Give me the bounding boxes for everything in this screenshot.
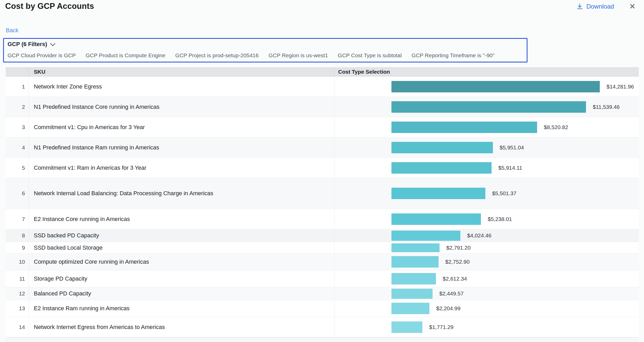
row-rank: 7: [6, 209, 29, 229]
cost-bar[interactable]: [391, 231, 460, 241]
cost-value-label: $5,951.04: [500, 144, 524, 151]
download-button[interactable]: Download: [576, 3, 614, 10]
bar-track: $5,238.01: [391, 213, 639, 225]
filter-chip[interactable]: GCP Project is prod-setup-205416: [175, 52, 259, 59]
filter-group-box: GCP (6 Filters) GCP Cloud Provider is GC…: [3, 38, 527, 62]
cost-value-label: $11,539.46: [593, 104, 620, 110]
column-header-cost-type-selection: Cost Type Selection: [334, 67, 639, 76]
filter-chip-list: GCP Cloud Provider is GCPGCP Product is …: [8, 52, 494, 59]
sku-label: SSD backed Local Storage: [29, 242, 334, 253]
bar-track: $5,501.37: [391, 188, 639, 199]
cost-value-label: $14,281.96: [607, 84, 634, 90]
sku-label: Compute optimized Core running in Americ…: [29, 254, 334, 270]
cost-bar[interactable]: [391, 243, 440, 252]
row-rank: 3: [6, 117, 29, 137]
bar-track: $5,951.04: [391, 142, 639, 153]
row-rank: 14: [6, 317, 29, 337]
cost-value-label: $5,501.37: [492, 190, 516, 197]
table-row[interactable]: 7E2 Instance Core running in Americas$5,…: [6, 209, 639, 229]
cost-bar-cell: $2,612.34: [334, 270, 639, 287]
row-rank: 13: [6, 300, 29, 317]
sku-label: E2 Instance Ram running in Americas: [29, 300, 334, 317]
bar-track: $2,791.20: [391, 243, 639, 252]
cost-bar[interactable]: [391, 289, 433, 299]
table-row[interactable]: 10Compute optimized Core running in Amer…: [6, 254, 639, 270]
table-row[interactable]: 5Commitment v1: Ram in Americas for 3 Ye…: [6, 158, 639, 178]
bar-track: $2,752.90: [391, 256, 639, 268]
filter-summary-label: GCP (6 Filters): [8, 41, 47, 48]
cost-value-label: $2,449.57: [439, 290, 463, 297]
sku-label: N1 Predefined Instance Ram running in Am…: [29, 137, 334, 157]
cost-value-label: $4,024.46: [467, 232, 491, 239]
table-row[interactable]: 2N1 Predefined Instance Core running in …: [6, 97, 639, 117]
cost-bar[interactable]: [391, 101, 586, 113]
sku-label: Commitment v1: Cpu in Americas for 3 Yea…: [29, 117, 334, 137]
bar-track: $1,771.29: [391, 321, 639, 333]
page-title: Cost by GCP Accounts: [5, 2, 94, 11]
cost-bar[interactable]: [391, 213, 481, 225]
cost-bar[interactable]: [391, 142, 493, 153]
cost-bar[interactable]: [391, 81, 600, 92]
filter-chip[interactable]: GCP Cost Type is subtotal: [338, 52, 402, 59]
cost-bar-cell: $4,024.46: [334, 229, 639, 242]
table-row[interactable]: 12Balanced PD Capacity$2,449.57: [6, 287, 639, 300]
sku-label: Network Inter Zone Egress: [29, 77, 334, 97]
cost-table: SKU Cost Type Selection 1Network Inter Z…: [6, 67, 639, 342]
row-rank: 12: [6, 287, 29, 300]
cost-bar[interactable]: [391, 273, 436, 284]
cost-bar-cell: $2,752.90: [334, 254, 639, 270]
row-rank: 5: [6, 158, 29, 178]
cost-bar-cell: $5,501.37: [334, 178, 639, 209]
close-icon[interactable]: ✕: [629, 3, 636, 10]
row-rank: 4: [6, 137, 29, 157]
cost-value-label: $1,771.29: [429, 324, 453, 330]
cost-bar[interactable]: [391, 256, 439, 268]
filter-chip[interactable]: GCP Region is us-west1: [268, 52, 328, 59]
top-bar: Cost by GCP Accounts Download ✕: [0, 0, 644, 16]
bar-track: $11,539.46: [391, 101, 639, 113]
column-header-sku: SKU: [29, 67, 334, 76]
cost-bar[interactable]: [391, 303, 429, 314]
table-row[interactable]: 3Commitment v1: Cpu in Americas for 3 Ye…: [6, 117, 639, 137]
bar-track: $8,520.82: [391, 122, 639, 133]
cost-bar[interactable]: [391, 188, 485, 199]
table-row[interactable]: 4N1 Predefined Instance Ram running in A…: [6, 137, 639, 158]
cost-bar-cell: $5,951.04: [334, 137, 639, 157]
cost-bar-cell: $8,520.82: [334, 117, 639, 137]
table-row[interactable]: 13E2 Instance Ram running in Americas$2,…: [6, 300, 639, 317]
row-rank: 2: [6, 97, 29, 117]
filter-chip[interactable]: GCP Reporting Timeframe is "-90": [411, 52, 494, 59]
chevron-down-icon: [50, 41, 55, 46]
sku-label: Network Internet Egress from Americas to…: [29, 317, 334, 337]
top-actions: Download ✕: [576, 3, 636, 10]
row-rank: 6: [6, 178, 29, 209]
table-row[interactable]: 1Network Inter Zone Egress$14,281.96: [6, 77, 639, 97]
sku-label: Balanced PD Capacity: [29, 287, 334, 300]
filter-chip[interactable]: GCP Product is Compute Engine: [86, 52, 165, 59]
back-link[interactable]: Back: [6, 27, 18, 34]
cost-bar[interactable]: [391, 321, 422, 333]
table-row[interactable]: 14Network Internet Egress from Americas …: [6, 317, 639, 337]
filter-summary-dropdown[interactable]: GCP (6 Filters): [8, 41, 54, 48]
cost-bar-cell: $5,914.11: [334, 158, 639, 178]
cost-bar[interactable]: [391, 162, 492, 174]
cost-value-label: $8,520.82: [544, 124, 568, 130]
row-rank: 10: [6, 254, 29, 270]
cost-bar-cell: $2,204.99: [334, 300, 639, 317]
cost-value-label: $2,791.20: [446, 245, 471, 251]
table-row[interactable]: 6Network Internal Load Balancing: Data P…: [6, 178, 639, 209]
cost-bar-cell: $1,771.29: [334, 317, 639, 337]
download-label: Download: [586, 3, 614, 10]
table-row[interactable]: 8SSD backed PD Capacity$4,024.46: [6, 229, 639, 242]
bar-track: $2,612.34: [391, 273, 639, 284]
filter-chip[interactable]: GCP Cloud Provider is GCP: [8, 52, 76, 59]
bar-track: $5,914.11: [391, 162, 639, 174]
download-icon: [576, 3, 583, 10]
cost-bar-cell: $5,238.01: [334, 209, 639, 229]
cost-bar[interactable]: [391, 122, 537, 133]
sku-label: Network Internal Load Balancing: Data Pr…: [29, 178, 334, 209]
bar-track: $14,281.96: [391, 81, 639, 92]
table-row[interactable]: 11Storage PD Capacity$2,612.34: [6, 270, 639, 287]
table-row[interactable]: 9SSD backed Local Storage$2,791.20: [6, 242, 639, 254]
row-rank: 9: [6, 242, 29, 253]
